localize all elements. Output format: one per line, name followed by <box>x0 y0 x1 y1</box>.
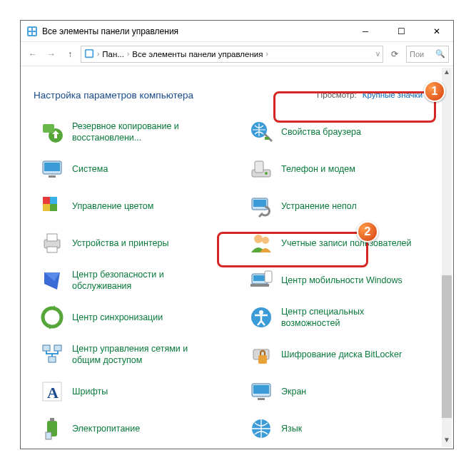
item-phone-modem[interactable]: Телефон и модем <box>245 152 452 186</box>
scroll-down-arrow[interactable]: ▼ <box>442 436 452 447</box>
item-label: Устранение непол <box>281 200 357 212</box>
item-user-accounts[interactable]: Учетные записи пользователей <box>245 226 452 260</box>
chevron-right-icon: › <box>126 50 131 58</box>
content-header: Настройка параметров компьютера Просмотр… <box>21 66 453 113</box>
internet-options-icon <box>248 119 274 145</box>
forward-button[interactable]: → <box>44 46 59 62</box>
control-panel-small-icon <box>84 48 94 60</box>
svg-rect-46 <box>50 418 54 421</box>
up-button[interactable]: ↑ <box>62 46 78 62</box>
svg-rect-47 <box>46 432 51 439</box>
svg-point-32 <box>43 308 61 327</box>
item-label: Система <box>72 163 108 175</box>
control-panel-items: Резервное копирование и восстановлени...… <box>21 113 453 447</box>
item-label: Шрифты <box>72 386 108 397</box>
item-label: Центр специальных возможностей <box>281 306 417 329</box>
scroll-thumb[interactable] <box>442 275 452 418</box>
svg-rect-43 <box>253 385 269 394</box>
breadcrumb-item[interactable]: Все элементы панели управления <box>132 50 263 58</box>
item-accessibility-center[interactable]: Центр специальных возможностей <box>245 300 452 334</box>
svg-rect-22 <box>253 200 266 207</box>
chevron-right-icon: › <box>264 50 269 58</box>
item-label: Центр мобильности Windows <box>281 275 402 286</box>
svg-text:A: A <box>47 384 59 402</box>
item-label: Телефон и модем <box>281 163 355 175</box>
item-security-maintenance[interactable]: Центр безопасности и обслуживания <box>36 263 243 297</box>
item-display[interactable]: Экран <box>245 374 452 409</box>
window-controls: ─ ☐ ✕ <box>355 26 447 36</box>
svg-point-27 <box>262 237 269 244</box>
display-icon <box>248 379 274 404</box>
close-button[interactable]: ✕ <box>426 26 447 36</box>
item-network-sharing[interactable]: Центр управления сетями и общим доступом <box>36 337 243 372</box>
item-label: Центр безопасности и обслуживания <box>72 269 208 292</box>
bitlocker-icon <box>248 342 274 367</box>
mobility-center-icon <box>248 267 274 293</box>
minimize-button[interactable]: ─ <box>355 26 376 36</box>
breadcrumb-item[interactable]: Пан... <box>102 50 124 58</box>
vertical-scrollbar[interactable]: ▲ ▼ <box>442 68 452 447</box>
search-input[interactable]: Пои 🔍 <box>406 46 449 63</box>
svg-rect-18 <box>50 197 57 204</box>
item-backup-restore[interactable]: Резервное копирование и восстановлени... <box>36 115 243 149</box>
svg-rect-3 <box>29 32 31 35</box>
svg-point-26 <box>254 235 263 243</box>
svg-rect-1 <box>29 28 31 31</box>
back-button[interactable]: ← <box>25 46 41 62</box>
search-icon: 🔍 <box>435 49 445 58</box>
address-dropdown[interactable]: v <box>376 50 380 58</box>
titlebar: Все элементы панели управления ─ ☐ ✕ <box>21 21 453 42</box>
item-power-options[interactable]: Электропитание <box>36 412 243 446</box>
language-icon <box>248 416 274 441</box>
window-title: Все элементы панели управления <box>42 26 178 36</box>
item-system[interactable]: Система <box>36 152 243 186</box>
item-fonts[interactable]: A Шрифты <box>36 374 243 409</box>
svg-rect-36 <box>54 345 61 351</box>
color-management-icon <box>39 193 65 219</box>
svg-rect-20 <box>50 204 57 211</box>
item-sync-center[interactable]: Центр синхронизации <box>36 300 243 334</box>
item-mobility-center[interactable]: Центр мобильности Windows <box>245 263 452 297</box>
item-color-management[interactable]: Управление цветом <box>36 189 243 223</box>
troubleshoot-icon <box>248 193 274 219</box>
chevron-right-icon: › <box>96 50 101 58</box>
item-troubleshoot[interactable]: Устранение непол <box>245 189 452 223</box>
item-label: Свойства браузера <box>281 126 361 138</box>
chevron-down-icon: ▼ <box>425 91 432 98</box>
svg-rect-30 <box>250 284 269 287</box>
item-language[interactable]: Язык <box>245 412 452 446</box>
item-label: Шифрование диска BitLocker <box>281 349 402 360</box>
item-devices-printers[interactable]: Устройства и принтеры <box>36 226 243 260</box>
svg-rect-17 <box>43 197 50 204</box>
svg-rect-37 <box>49 357 56 362</box>
item-internet-options[interactable]: Свойства браузера <box>245 115 452 149</box>
view-by-label: Просмотр: <box>317 91 357 99</box>
address-bar[interactable]: › Пан... › Все элементы панели управлени… <box>81 46 383 63</box>
svg-rect-6 <box>86 50 93 56</box>
window-frame: Все элементы панели управления ─ ☐ ✕ ← →… <box>20 20 454 449</box>
svg-rect-13 <box>49 175 56 178</box>
scroll-up-arrow[interactable]: ▲ <box>442 68 452 79</box>
svg-rect-12 <box>44 163 60 171</box>
maximize-button[interactable]: ☐ <box>390 26 412 36</box>
item-bitlocker[interactable]: Шифрование диска BitLocker <box>245 337 452 372</box>
phone-modem-icon <box>248 156 274 182</box>
refresh-button[interactable]: ⟳ <box>386 49 403 59</box>
fonts-icon: A <box>39 379 65 404</box>
view-by-selector[interactable]: Просмотр: Крупные значки ▼ <box>308 86 440 103</box>
svg-rect-8 <box>43 124 54 133</box>
item-label: Экран <box>281 386 306 397</box>
svg-rect-19 <box>43 204 50 211</box>
navbar: ← → ↑ › Пан... › Все элементы панели упр… <box>21 42 453 66</box>
backup-icon <box>39 119 65 145</box>
svg-rect-2 <box>33 28 36 31</box>
devices-printers-icon <box>39 230 65 256</box>
svg-rect-31 <box>265 271 272 282</box>
svg-rect-29 <box>253 275 266 281</box>
control-panel-icon <box>26 26 38 37</box>
item-label: Резервное копирование и восстановлени... <box>72 121 208 143</box>
svg-point-16 <box>265 172 268 175</box>
view-by-value: Крупные значки ▼ <box>363 91 432 99</box>
page-title: Настройка параметров компьютера <box>34 90 193 101</box>
svg-point-34 <box>259 310 263 315</box>
